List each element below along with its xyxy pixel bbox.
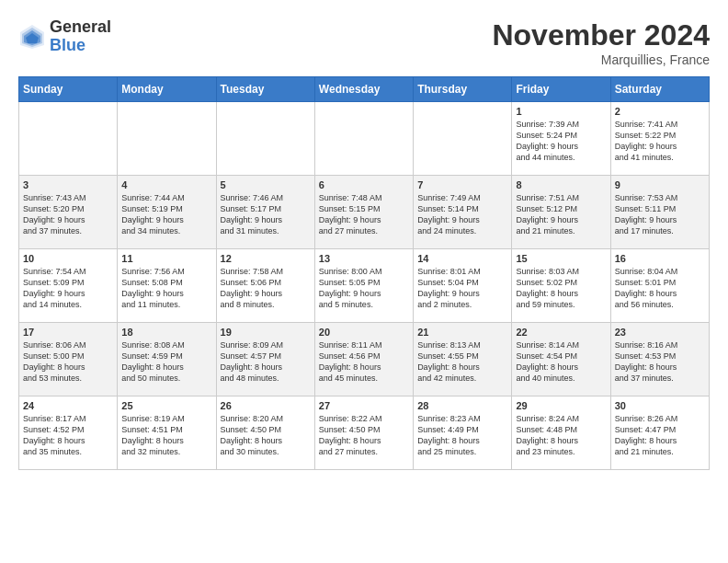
day-info: Sunrise: 8:24 AM Sunset: 4:48 PM Dayligh… [516,413,606,458]
day-cell: 23Sunrise: 8:16 AM Sunset: 4:53 PM Dayli… [610,323,709,396]
day-cell: 8Sunrise: 7:51 AM Sunset: 5:12 PM Daylig… [512,176,610,249]
day-info: Sunrise: 8:01 AM Sunset: 5:04 PM Dayligh… [417,266,507,311]
day-info: Sunrise: 8:22 AM Sunset: 4:50 PM Dayligh… [319,413,409,458]
day-number: 1 [516,106,606,117]
day-number: 6 [319,179,409,190]
day-info: Sunrise: 8:11 AM Sunset: 4:56 PM Dayligh… [319,339,409,385]
calendar-header: Sunday Monday Tuesday Wednesday Thursday… [19,77,710,102]
day-info: Sunrise: 7:53 AM Sunset: 5:11 PM Dayligh… [615,192,705,237]
day-info: Sunrise: 7:54 AM Sunset: 5:09 PM Dayligh… [23,266,113,311]
col-sunday: Sunday [19,77,118,102]
col-friday: Friday [512,77,610,102]
day-info: Sunrise: 8:08 AM Sunset: 4:59 PM Dayligh… [121,339,211,385]
day-info: Sunrise: 8:20 AM Sunset: 4:50 PM Dayligh… [221,413,311,458]
day-number: 25 [121,400,211,411]
calendar-body: 1Sunrise: 7:39 AM Sunset: 5:24 PM Daylig… [19,102,710,470]
day-cell: 19Sunrise: 8:09 AM Sunset: 4:57 PM Dayli… [216,323,314,396]
day-number: 17 [23,327,113,338]
day-cell: 16Sunrise: 8:04 AM Sunset: 5:01 PM Dayli… [610,249,709,323]
day-info: Sunrise: 7:46 AM Sunset: 5:17 PM Dayligh… [221,192,311,237]
day-number: 8 [516,179,606,190]
col-wednesday: Wednesday [314,77,413,102]
day-info: Sunrise: 8:06 AM Sunset: 5:00 PM Dayligh… [23,339,113,385]
day-number: 5 [221,179,311,190]
logo-text: General Blue [50,18,111,55]
day-number: 27 [319,400,409,411]
day-info: Sunrise: 7:58 AM Sunset: 5:06 PM Dayligh… [221,266,311,311]
week-row-5: 24Sunrise: 8:17 AM Sunset: 4:52 PM Dayli… [19,396,710,470]
day-cell: 3Sunrise: 7:43 AM Sunset: 5:20 PM Daylig… [19,176,118,249]
day-number: 13 [319,253,409,264]
day-cell [118,102,216,176]
location: Marquillies, France [492,52,710,67]
day-number: 18 [121,327,211,338]
page: General Blue November 2024 Marquillies, … [0,0,728,479]
day-number: 11 [121,253,211,264]
logo-icon [18,23,46,51]
day-number: 21 [417,327,507,338]
day-cell: 25Sunrise: 8:19 AM Sunset: 4:51 PM Dayli… [118,396,216,470]
day-cell: 17Sunrise: 8:06 AM Sunset: 5:00 PM Dayli… [19,323,118,396]
day-number: 28 [417,400,507,411]
day-info: Sunrise: 8:03 AM Sunset: 5:02 PM Dayligh… [516,266,606,311]
day-cell: 21Sunrise: 8:13 AM Sunset: 4:55 PM Dayli… [414,323,512,396]
day-number: 23 [615,327,705,338]
day-cell: 12Sunrise: 7:58 AM Sunset: 5:06 PM Dayli… [216,249,314,323]
day-number: 14 [417,253,507,264]
day-cell: 5Sunrise: 7:46 AM Sunset: 5:17 PM Daylig… [216,176,314,249]
day-number: 22 [516,327,606,338]
day-info: Sunrise: 8:00 AM Sunset: 5:05 PM Dayligh… [319,266,409,311]
col-monday: Monday [118,77,216,102]
day-cell: 22Sunrise: 8:14 AM Sunset: 4:54 PM Dayli… [512,323,610,396]
day-info: Sunrise: 7:49 AM Sunset: 5:14 PM Dayligh… [417,192,507,237]
day-cell [414,102,512,176]
day-cell: 2Sunrise: 7:41 AM Sunset: 5:22 PM Daylig… [610,102,709,176]
day-info: Sunrise: 7:48 AM Sunset: 5:15 PM Dayligh… [319,192,409,237]
month-title: November 2024 [492,18,710,52]
day-cell: 1Sunrise: 7:39 AM Sunset: 5:24 PM Daylig… [512,102,610,176]
day-cell: 7Sunrise: 7:49 AM Sunset: 5:14 PM Daylig… [414,176,512,249]
day-info: Sunrise: 8:19 AM Sunset: 4:51 PM Dayligh… [121,413,211,458]
day-cell: 26Sunrise: 8:20 AM Sunset: 4:50 PM Dayli… [216,396,314,470]
header-row: Sunday Monday Tuesday Wednesday Thursday… [19,77,710,102]
day-number: 3 [23,179,113,190]
day-cell: 29Sunrise: 8:24 AM Sunset: 4:48 PM Dayli… [512,396,610,470]
day-cell: 10Sunrise: 7:54 AM Sunset: 5:09 PM Dayli… [19,249,118,323]
week-row-4: 17Sunrise: 8:06 AM Sunset: 5:00 PM Dayli… [19,323,710,396]
day-info: Sunrise: 7:44 AM Sunset: 5:19 PM Dayligh… [121,192,211,237]
day-cell [19,102,118,176]
day-cell: 18Sunrise: 8:08 AM Sunset: 4:59 PM Dayli… [118,323,216,396]
day-info: Sunrise: 7:51 AM Sunset: 5:12 PM Dayligh… [516,192,606,237]
day-info: Sunrise: 7:43 AM Sunset: 5:20 PM Dayligh… [23,192,113,237]
day-number: 15 [516,253,606,264]
day-info: Sunrise: 8:16 AM Sunset: 4:53 PM Dayligh… [615,339,705,385]
week-row-3: 10Sunrise: 7:54 AM Sunset: 5:09 PM Dayli… [19,249,710,323]
logo-blue-text: Blue [50,37,111,55]
day-number: 12 [221,253,311,264]
day-cell: 27Sunrise: 8:22 AM Sunset: 4:50 PM Dayli… [314,396,413,470]
day-cell: 13Sunrise: 8:00 AM Sunset: 5:05 PM Dayli… [314,249,413,323]
day-number: 10 [23,253,113,264]
day-info: Sunrise: 8:04 AM Sunset: 5:01 PM Dayligh… [615,266,705,311]
title-area: November 2024 Marquillies, France [492,18,710,67]
day-cell: 14Sunrise: 8:01 AM Sunset: 5:04 PM Dayli… [414,249,512,323]
col-thursday: Thursday [414,77,512,102]
day-number: 7 [417,179,507,190]
day-info: Sunrise: 8:26 AM Sunset: 4:47 PM Dayligh… [615,413,705,458]
calendar-table: Sunday Monday Tuesday Wednesday Thursday… [18,76,710,470]
day-cell: 4Sunrise: 7:44 AM Sunset: 5:19 PM Daylig… [118,176,216,249]
day-info: Sunrise: 7:56 AM Sunset: 5:08 PM Dayligh… [121,266,211,311]
day-number: 26 [221,400,311,411]
day-cell [216,102,314,176]
day-number: 4 [121,179,211,190]
col-saturday: Saturday [610,77,709,102]
col-tuesday: Tuesday [216,77,314,102]
day-number: 16 [615,253,705,264]
day-cell: 28Sunrise: 8:23 AM Sunset: 4:49 PM Dayli… [414,396,512,470]
week-row-2: 3Sunrise: 7:43 AM Sunset: 5:20 PM Daylig… [19,176,710,249]
day-info: Sunrise: 8:13 AM Sunset: 4:55 PM Dayligh… [417,339,507,385]
logo: General Blue [18,18,111,55]
header: General Blue November 2024 Marquillies, … [18,18,710,67]
day-number: 9 [615,179,705,190]
day-number: 19 [221,327,311,338]
